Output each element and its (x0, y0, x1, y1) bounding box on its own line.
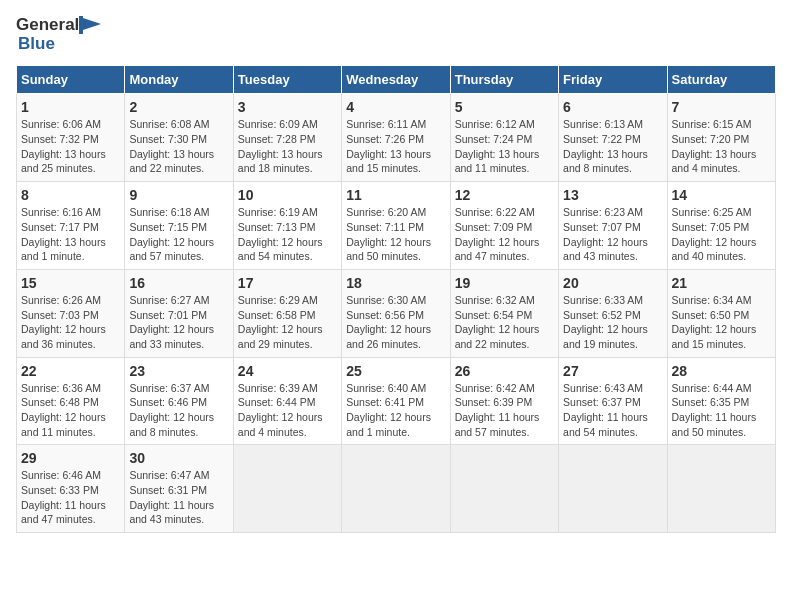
daylight-label: Daylight: 13 hours and 1 minute. (21, 236, 106, 263)
day-number: 1 (21, 99, 120, 115)
sunset-label: Sunset: 7:13 PM (238, 221, 316, 233)
day-info: Sunrise: 6:36 AM Sunset: 6:48 PM Dayligh… (21, 381, 120, 440)
day-number: 20 (563, 275, 662, 291)
calendar-day-cell: 28 Sunrise: 6:44 AM Sunset: 6:35 PM Dayl… (667, 357, 775, 445)
sunset-label: Sunset: 7:01 PM (129, 309, 207, 321)
sunrise-label: Sunrise: 6:43 AM (563, 382, 643, 394)
calendar-day-cell: 7 Sunrise: 6:15 AM Sunset: 7:20 PM Dayli… (667, 94, 775, 182)
svg-marker-0 (83, 18, 101, 30)
calendar-day-cell: 23 Sunrise: 6:37 AM Sunset: 6:46 PM Dayl… (125, 357, 233, 445)
sunset-label: Sunset: 7:17 PM (21, 221, 99, 233)
sunrise-label: Sunrise: 6:33 AM (563, 294, 643, 306)
day-of-week-header: Sunday (17, 66, 125, 94)
day-of-week-header: Friday (559, 66, 667, 94)
calendar-day-cell: 2 Sunrise: 6:08 AM Sunset: 7:30 PM Dayli… (125, 94, 233, 182)
daylight-label: Daylight: 11 hours and 50 minutes. (672, 411, 757, 438)
sunrise-label: Sunrise: 6:42 AM (455, 382, 535, 394)
day-number: 15 (21, 275, 120, 291)
calendar-week-row: 22 Sunrise: 6:36 AM Sunset: 6:48 PM Dayl… (17, 357, 776, 445)
day-info: Sunrise: 6:23 AM Sunset: 7:07 PM Dayligh… (563, 205, 662, 264)
sunset-label: Sunset: 7:03 PM (21, 309, 99, 321)
sunset-label: Sunset: 6:48 PM (21, 396, 99, 408)
day-info: Sunrise: 6:46 AM Sunset: 6:33 PM Dayligh… (21, 468, 120, 527)
daylight-label: Daylight: 11 hours and 47 minutes. (21, 499, 106, 526)
day-info: Sunrise: 6:25 AM Sunset: 7:05 PM Dayligh… (672, 205, 771, 264)
sunrise-label: Sunrise: 6:39 AM (238, 382, 318, 394)
day-info: Sunrise: 6:22 AM Sunset: 7:09 PM Dayligh… (455, 205, 554, 264)
daylight-label: Daylight: 12 hours and 50 minutes. (346, 236, 431, 263)
day-of-week-header: Saturday (667, 66, 775, 94)
day-number: 9 (129, 187, 228, 203)
day-number: 4 (346, 99, 445, 115)
day-number: 21 (672, 275, 771, 291)
calendar-day-cell: 30 Sunrise: 6:47 AM Sunset: 6:31 PM Dayl… (125, 445, 233, 533)
day-info: Sunrise: 6:40 AM Sunset: 6:41 PM Dayligh… (346, 381, 445, 440)
day-number: 13 (563, 187, 662, 203)
calendar-day-cell: 1 Sunrise: 6:06 AM Sunset: 7:32 PM Dayli… (17, 94, 125, 182)
calendar-week-row: 15 Sunrise: 6:26 AM Sunset: 7:03 PM Dayl… (17, 269, 776, 357)
sunset-label: Sunset: 7:20 PM (672, 133, 750, 145)
day-number: 23 (129, 363, 228, 379)
day-info: Sunrise: 6:08 AM Sunset: 7:30 PM Dayligh… (129, 117, 228, 176)
sunset-label: Sunset: 6:44 PM (238, 396, 316, 408)
day-number: 30 (129, 450, 228, 466)
sunrise-label: Sunrise: 6:27 AM (129, 294, 209, 306)
calendar-day-cell: 9 Sunrise: 6:18 AM Sunset: 7:15 PM Dayli… (125, 182, 233, 270)
sunrise-label: Sunrise: 6:47 AM (129, 469, 209, 481)
calendar-day-cell: 19 Sunrise: 6:32 AM Sunset: 6:54 PM Dayl… (450, 269, 558, 357)
daylight-label: Daylight: 12 hours and 26 minutes. (346, 323, 431, 350)
calendar-body: 1 Sunrise: 6:06 AM Sunset: 7:32 PM Dayli… (17, 94, 776, 533)
calendar-day-cell: 16 Sunrise: 6:27 AM Sunset: 7:01 PM Dayl… (125, 269, 233, 357)
day-info: Sunrise: 6:29 AM Sunset: 6:58 PM Dayligh… (238, 293, 337, 352)
day-number: 19 (455, 275, 554, 291)
calendar-day-cell: 6 Sunrise: 6:13 AM Sunset: 7:22 PM Dayli… (559, 94, 667, 182)
day-number: 26 (455, 363, 554, 379)
sunrise-label: Sunrise: 6:32 AM (455, 294, 535, 306)
day-info: Sunrise: 6:11 AM Sunset: 7:26 PM Dayligh… (346, 117, 445, 176)
logo-blue: Blue (18, 35, 101, 54)
daylight-label: Daylight: 12 hours and 33 minutes. (129, 323, 214, 350)
sunset-label: Sunset: 6:39 PM (455, 396, 533, 408)
logo-general: General (16, 16, 79, 35)
sunrise-label: Sunrise: 6:40 AM (346, 382, 426, 394)
calendar-day-cell: 8 Sunrise: 6:16 AM Sunset: 7:17 PM Dayli… (17, 182, 125, 270)
calendar-day-cell: 24 Sunrise: 6:39 AM Sunset: 6:44 PM Dayl… (233, 357, 341, 445)
day-number: 25 (346, 363, 445, 379)
sunset-label: Sunset: 7:11 PM (346, 221, 424, 233)
day-info: Sunrise: 6:34 AM Sunset: 6:50 PM Dayligh… (672, 293, 771, 352)
calendar-day-cell (342, 445, 450, 533)
daylight-label: Daylight: 12 hours and 29 minutes. (238, 323, 323, 350)
day-info: Sunrise: 6:19 AM Sunset: 7:13 PM Dayligh… (238, 205, 337, 264)
calendar-table: SundayMondayTuesdayWednesdayThursdayFrid… (16, 65, 776, 533)
calendar-day-cell: 29 Sunrise: 6:46 AM Sunset: 6:33 PM Dayl… (17, 445, 125, 533)
logo-flag-icon (79, 16, 101, 34)
sunrise-label: Sunrise: 6:11 AM (346, 118, 426, 130)
calendar-day-cell: 17 Sunrise: 6:29 AM Sunset: 6:58 PM Dayl… (233, 269, 341, 357)
calendar-week-row: 1 Sunrise: 6:06 AM Sunset: 7:32 PM Dayli… (17, 94, 776, 182)
daylight-label: Daylight: 12 hours and 22 minutes. (455, 323, 540, 350)
daylight-label: Daylight: 12 hours and 36 minutes. (21, 323, 106, 350)
daylight-label: Daylight: 12 hours and 19 minutes. (563, 323, 648, 350)
day-number: 11 (346, 187, 445, 203)
day-number: 8 (21, 187, 120, 203)
day-info: Sunrise: 6:16 AM Sunset: 7:17 PM Dayligh… (21, 205, 120, 264)
day-number: 12 (455, 187, 554, 203)
sunset-label: Sunset: 7:09 PM (455, 221, 533, 233)
day-info: Sunrise: 6:44 AM Sunset: 6:35 PM Dayligh… (672, 381, 771, 440)
daylight-label: Daylight: 12 hours and 11 minutes. (21, 411, 106, 438)
sunset-label: Sunset: 7:15 PM (129, 221, 207, 233)
calendar-day-cell: 5 Sunrise: 6:12 AM Sunset: 7:24 PM Dayli… (450, 94, 558, 182)
sunrise-label: Sunrise: 6:12 AM (455, 118, 535, 130)
day-info: Sunrise: 6:43 AM Sunset: 6:37 PM Dayligh… (563, 381, 662, 440)
sunrise-label: Sunrise: 6:19 AM (238, 206, 318, 218)
calendar-day-cell (559, 445, 667, 533)
sunset-label: Sunset: 6:58 PM (238, 309, 316, 321)
day-info: Sunrise: 6:39 AM Sunset: 6:44 PM Dayligh… (238, 381, 337, 440)
daylight-label: Daylight: 12 hours and 47 minutes. (455, 236, 540, 263)
day-info: Sunrise: 6:26 AM Sunset: 7:03 PM Dayligh… (21, 293, 120, 352)
daylight-label: Daylight: 13 hours and 11 minutes. (455, 148, 540, 175)
day-of-week-header: Thursday (450, 66, 558, 94)
sunset-label: Sunset: 6:41 PM (346, 396, 424, 408)
calendar-day-cell: 3 Sunrise: 6:09 AM Sunset: 7:28 PM Dayli… (233, 94, 341, 182)
calendar-day-cell: 4 Sunrise: 6:11 AM Sunset: 7:26 PM Dayli… (342, 94, 450, 182)
